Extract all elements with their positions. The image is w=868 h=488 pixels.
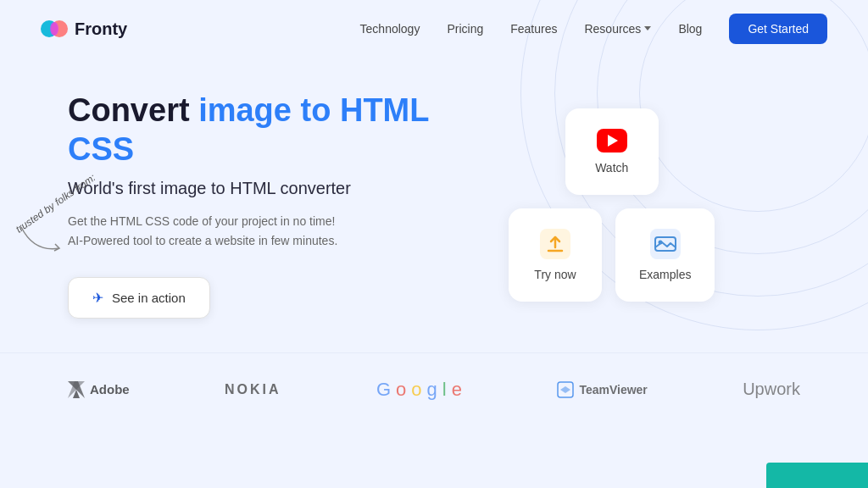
brand-google: Google [376, 379, 462, 401]
nav-resources[interactable]: Resources [584, 22, 651, 36]
brand-nokia: NOKIA [225, 382, 281, 397]
watch-card[interactable]: Watch [565, 108, 659, 195]
chevron-down-icon [644, 26, 651, 30]
brands-row: Adobe NOKIA Google TeamViewer Upwork [68, 379, 800, 401]
see-action-button[interactable]: ✈ See in action [68, 277, 210, 319]
logo[interactable]: Fronty [41, 19, 127, 39]
cards-top-row: Watch [565, 108, 659, 195]
svg-point-2 [50, 22, 58, 36]
brands-section: Adobe NOKIA Google TeamViewer Upwork [0, 352, 868, 418]
brand-upwork: Upwork [743, 380, 800, 399]
teamviewer-icon [557, 381, 574, 398]
action-cards: Watch Try now [509, 108, 715, 302]
bottom-teal-strip [766, 463, 868, 488]
navbar: Fronty Technology Pricing Features Resou… [0, 0, 868, 58]
get-started-button[interactable]: Get Started [729, 14, 827, 44]
nav-features[interactable]: Features [510, 22, 557, 36]
nav-technology[interactable]: Technology [360, 22, 420, 36]
brand-adobe: Adobe [68, 381, 130, 398]
nav-pricing[interactable]: Pricing [447, 22, 483, 36]
brands-container: trusted by folks from: Adobe NOKIA [0, 352, 868, 418]
examples-card[interactable]: Examples [615, 208, 715, 302]
cards-bottom-row: Try now Examples [509, 208, 715, 302]
brand-teamviewer: TeamViewer [557, 381, 647, 398]
hero-description: Get the HTML CSS code of your project in… [68, 212, 475, 250]
youtube-icon [597, 129, 627, 152]
paper-plane-icon: ✈ [92, 290, 103, 306]
try-now-card[interactable]: Try now [509, 208, 602, 302]
curved-arrow-icon [17, 223, 68, 257]
nav-blog[interactable]: Blog [678, 22, 702, 36]
hero-section: Convert image to HTML CSS World's first … [0, 58, 868, 352]
logo-text: Fronty [75, 19, 127, 39]
nav-links: Technology Pricing Features Resources Bl… [360, 14, 827, 44]
upload-icon [540, 229, 570, 259]
image-gallery-icon [650, 229, 681, 259]
adobe-icon [68, 381, 85, 398]
examples-label: Examples [639, 268, 691, 281]
watch-label: Watch [595, 161, 628, 175]
hero-subtitle: World's first image to HTML converter [68, 179, 475, 198]
hero-content: Convert image to HTML CSS World's first … [68, 92, 475, 319]
hero-title: Convert image to HTML CSS [68, 92, 475, 169]
logo-icon [41, 19, 68, 38]
try-now-label: Try now [534, 268, 576, 281]
